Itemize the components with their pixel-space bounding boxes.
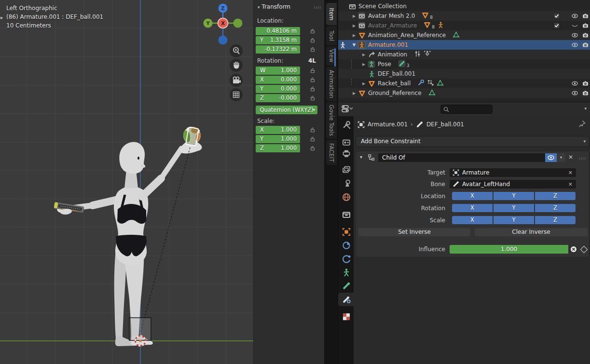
checkbox-icon[interactable] <box>553 13 560 21</box>
location-x-toggle-button[interactable]: X <box>452 192 493 200</box>
rotation-x-toggle-button[interactable]: X <box>452 204 493 212</box>
lock-icon[interactable] <box>310 127 316 135</box>
properties-tab-render[interactable] <box>342 138 351 147</box>
gizmo-z-neg-ball[interactable] <box>219 36 228 45</box>
transform-field[interactable]: 0.48106 m <box>256 27 300 35</box>
camera-icon[interactable] <box>582 32 589 40</box>
3d-viewport[interactable]: Z Y X ▸ Left Orthographic (86) Armature.… <box>0 0 324 364</box>
checkbox-icon[interactable] <box>553 22 560 30</box>
scale-z-toggle-button[interactable]: Z <box>535 216 576 224</box>
outliner-row-armature-001[interactable]: ▼Armature.001 <box>338 40 590 50</box>
rotation-mode-dropdown[interactable]: Quaternion (WXYZ) ▾ <box>256 106 317 114</box>
influence-slider[interactable]: 1.000 <box>450 245 568 254</box>
navigation-gizmo[interactable]: Z Y X <box>204 4 243 45</box>
lock-icon[interactable] <box>310 95 316 103</box>
target-field[interactable]: Armature ✕ <box>450 168 576 177</box>
rotation-z-toggle-button[interactable]: Z <box>535 204 576 212</box>
editor-type-button[interactable] <box>341 104 354 115</box>
scale-x-toggle-button[interactable]: X <box>452 216 493 224</box>
transform-field[interactable]: Y0.000 <box>256 85 300 93</box>
search-input[interactable] <box>451 105 491 113</box>
breadcrumb-bone[interactable]: DEF_ball.001 <box>426 121 464 128</box>
outliner-row-pose[interactable]: ▶Pose3 <box>338 59 590 69</box>
sidebar-tab-tool[interactable]: Tool <box>326 26 337 45</box>
eye-icon[interactable] <box>571 32 578 40</box>
expand-arrow-icon[interactable]: ▶ <box>351 24 357 28</box>
outliner-row-ground-reference[interactable]: ▶Ground_Reference <box>338 88 590 98</box>
transform-field[interactable]: W1.000 <box>256 67 300 75</box>
properties-tab-output[interactable] <box>342 149 351 158</box>
outliner-row-racket-ball[interactable]: ▶Racket_ball <box>338 79 590 88</box>
tab-strip-scrollbar[interactable] <box>334 48 336 67</box>
transform-field[interactable]: Y1.3158 m <box>256 36 300 44</box>
clear-bone-icon[interactable]: ✕ <box>568 181 573 188</box>
outliner[interactable]: Scene Collection▶Avatar Mesh 2.08▶Avatar… <box>338 0 590 102</box>
constraint-close-icon[interactable]: ✕ <box>568 154 573 161</box>
keyframe-diamond-icon[interactable] <box>580 246 588 254</box>
lock-icon[interactable] <box>310 145 316 153</box>
clear-inverse-button[interactable]: Clear Inverse <box>475 228 588 236</box>
breadcrumb-object[interactable]: Armature.001 <box>368 121 408 128</box>
eye-icon[interactable] <box>571 13 578 21</box>
expand-arrow-icon[interactable]: ▼ <box>351 42 357 47</box>
lock-icon[interactable] <box>310 46 316 54</box>
add-bone-constraint-dropdown[interactable]: Add Bone Constraint ▾ <box>356 136 590 147</box>
transform-field[interactable]: X1.000 <box>256 126 300 134</box>
properties-tab-texture[interactable] <box>342 312 351 321</box>
camera-icon[interactable] <box>582 22 589 30</box>
lock-icon[interactable] <box>310 37 316 45</box>
outliner-row-animation[interactable]: ▶Animation <box>338 50 590 59</box>
properties-tab-bone-constraint[interactable] <box>342 295 351 304</box>
lock-icon[interactable] <box>310 86 316 94</box>
eye-icon[interactable] <box>571 90 578 98</box>
foot-bone-box[interactable] <box>129 318 151 340</box>
constraint-name-field[interactable]: Child Of <box>378 153 549 162</box>
influence-clear-button[interactable] <box>568 245 578 254</box>
outliner-row-animation-area-reference[interactable]: ▶Animation_Area_Reference <box>338 30 590 40</box>
toolbar-expand-arrow[interactable]: ▸ <box>0 14 3 21</box>
eye-icon[interactable] <box>571 41 578 50</box>
transform-field[interactable]: X0.000 <box>256 76 300 84</box>
pan-tool-button[interactable] <box>230 59 243 72</box>
properties-search-box[interactable] <box>440 105 493 114</box>
outliner-row-def-ball-001[interactable]: DEF_ball.001 <box>338 69 590 79</box>
location-y-toggle-button[interactable]: Y <box>494 192 534 200</box>
clear-target-icon[interactable]: ✕ <box>568 170 573 176</box>
properties-tab-constraints[interactable] <box>342 241 351 250</box>
lock-icon[interactable] <box>310 67 316 75</box>
properties-tab-collection[interactable] <box>342 210 351 219</box>
expand-arrow-icon[interactable]: ▶ <box>360 62 367 67</box>
constraint-extras-chevron[interactable]: ▾ <box>557 153 565 162</box>
sidebar-tab-item[interactable]: Item <box>326 3 337 25</box>
sidebar-tab-animation[interactable]: Animation <box>326 67 337 101</box>
transform-field[interactable]: Z1.000 <box>256 144 300 152</box>
gizmo-y-neg-ball[interactable] <box>233 19 243 28</box>
rotation-y-toggle-button[interactable]: Y <box>494 204 534 212</box>
mannequin-figure[interactable] <box>54 141 202 346</box>
expand-arrow-icon[interactable]: ▶ <box>351 33 357 38</box>
properties-tab-data[interactable] <box>342 268 351 277</box>
properties-tab-scene[interactable] <box>342 179 351 188</box>
scale-y-toggle-button[interactable]: Y <box>494 216 534 224</box>
set-inverse-button[interactable]: Set Inverse <box>358 228 470 236</box>
lock-icon[interactable] <box>310 28 316 36</box>
lock-icon[interactable] <box>310 77 316 84</box>
expand-arrow-icon[interactable]: ▶ <box>360 81 367 86</box>
expand-arrow-icon[interactable]: ▶ <box>351 91 357 95</box>
header-options-chevron-icon[interactable]: ▾ <box>584 106 587 111</box>
properties-tab-object[interactable] <box>342 228 351 236</box>
outliner-row-scene-collection[interactable]: Scene Collection <box>338 1 590 11</box>
pin-icon[interactable] <box>578 120 586 129</box>
transform-field[interactable]: Y1.000 <box>256 135 300 143</box>
collapse-chevron-icon[interactable]: ▾ <box>360 154 362 160</box>
sidebar-tab-govie-tools[interactable]: Govie Tools <box>326 102 337 139</box>
expand-arrow-icon[interactable]: ▶ <box>351 14 357 18</box>
camera-icon[interactable] <box>582 90 589 98</box>
camera-icon[interactable] <box>582 41 589 50</box>
location-z-toggle-button[interactable]: Z <box>535 192 576 200</box>
bone-field[interactable]: Avatar_LeftHand ✕ <box>450 180 576 189</box>
panel-drag-grip-icon[interactable]: ⁝⁝⁝⁝ <box>314 5 321 10</box>
eye-closed-icon[interactable] <box>571 22 578 30</box>
lock-icon[interactable] <box>310 136 316 144</box>
constraint-drag-grip-icon[interactable]: ⁝⁝⁝⁝ <box>579 156 586 161</box>
